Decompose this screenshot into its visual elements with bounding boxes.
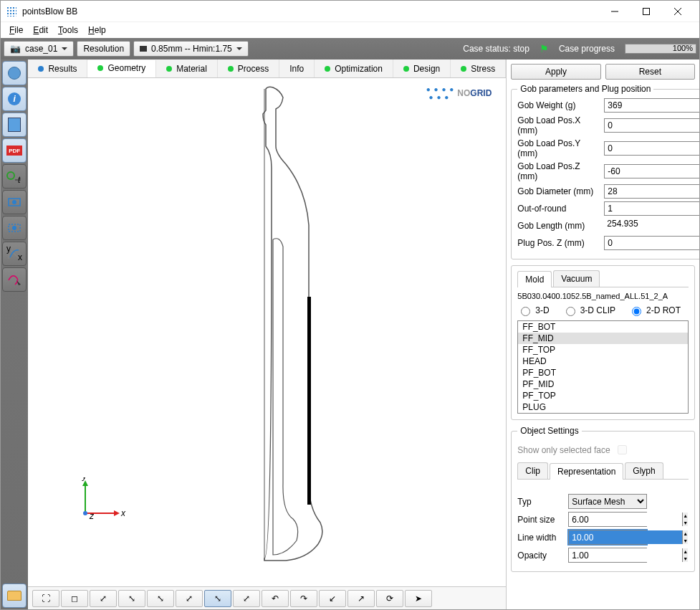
menu-edit[interactable]: Edit <box>29 24 52 37</box>
list-item[interactable]: PLUG <box>518 401 688 413</box>
reset-button[interactable]: Reset <box>605 64 695 80</box>
view-zoom-box-button[interactable]: ◻ <box>61 590 88 607</box>
resolution-button[interactable]: Resolution <box>77 41 130 57</box>
spin-up-icon[interactable]: ▲ <box>683 548 688 556</box>
nogrid-logo: ● ● ● ● ● ● ● NOGRID <box>426 85 492 101</box>
point-size-spinner[interactable]: ▲▼ <box>568 512 647 527</box>
spin-down-icon[interactable]: ▼ <box>683 556 688 563</box>
sidebar-camera-button[interactable] <box>2 190 27 214</box>
svg-marker-15 <box>82 480 88 486</box>
sidebar-curve-button[interactable]: yx <box>2 242 27 266</box>
axis-triad: x y z <box>71 477 128 529</box>
sidebar-camera-anim-button[interactable] <box>2 216 27 240</box>
sidebar-plot-time-button[interactable]: t <box>2 164 27 189</box>
apply-button[interactable]: Apply <box>511 64 600 80</box>
list-item[interactable]: FF_BOT <box>518 321 688 333</box>
list-item[interactable]: PF_TOP <box>518 390 688 401</box>
view-cursor-button[interactable]: ➤ <box>405 590 432 607</box>
gob-diameter-input[interactable] <box>604 184 699 199</box>
typ-select[interactable]: Surface Mesh <box>568 494 647 509</box>
case-status-label: Case status: stop <box>459 44 534 54</box>
close-button[interactable] <box>662 1 694 22</box>
svg-point-16 <box>83 511 87 515</box>
status-dot-icon <box>403 66 409 72</box>
tab-optimization[interactable]: Optimization <box>315 59 393 77</box>
sidebar-pdf-button[interactable]: PDF <box>2 138 27 163</box>
plug-pos-input[interactable] <box>604 236 699 250</box>
gob-posx-input[interactable] <box>604 118 699 133</box>
view-axis-x-button[interactable]: ⤢ <box>90 590 117 607</box>
minimize-button[interactable] <box>599 1 631 22</box>
spin-up-icon[interactable]: ▲ <box>683 513 688 520</box>
tab-stress[interactable]: Stress <box>451 59 506 77</box>
gob-posy-input[interactable] <box>604 141 699 156</box>
opacity-spinner[interactable]: ▲▼ <box>568 548 647 563</box>
svg-text:z: z <box>89 511 95 521</box>
radio-3d-clip[interactable]: 3-D CLIP <box>562 305 615 316</box>
menu-help[interactable]: Help <box>84 24 110 37</box>
tab-representation[interactable]: Representation <box>550 463 623 480</box>
spin-up-icon[interactable]: ▲ <box>683 530 688 538</box>
list-item[interactable]: PF_BOT <box>518 367 688 378</box>
list-item[interactable]: FF_MID <box>518 333 688 344</box>
gob-outofround-input[interactable] <box>604 201 699 216</box>
svg-point-7 <box>12 200 16 204</box>
folder-icon <box>7 591 21 601</box>
status-dot-icon <box>228 66 234 72</box>
toolbar: 📷 case_01 Resolution 0.85mm -- Hmin:1.75… <box>1 38 699 59</box>
sidebar-notes-button[interactable] <box>2 113 27 137</box>
sidebar-view-button[interactable] <box>2 61 27 85</box>
case-selector[interactable]: 📷 case_01 <box>4 41 74 57</box>
chevron-down-icon <box>62 47 67 50</box>
sidebar-pointer-button[interactable] <box>2 267 27 292</box>
view-spin-button[interactable]: ⟳ <box>376 590 403 607</box>
view-rotate-right-button[interactable]: ↷ <box>290 590 317 607</box>
radio-2d-rot[interactable]: 2-D ROT <box>628 305 681 316</box>
tab-mold[interactable]: Mold <box>517 271 552 287</box>
maximize-button[interactable] <box>631 1 662 22</box>
tab-glyph[interactable]: Glyph <box>625 462 663 479</box>
menu-file[interactable]: File <box>5 24 27 37</box>
mold-parts-list[interactable]: FF_BOTFF_MIDFF_TOPHEADPF_BOTPF_MIDPF_TOP… <box>517 320 689 414</box>
mold-group: Mold Vacuum 5B030.0400.1052.5B_named_ALL… <box>511 265 695 420</box>
progress-value: 100% <box>673 44 693 52</box>
notes-icon <box>8 118 21 132</box>
list-item[interactable]: HEAD <box>518 356 688 367</box>
view-axis-neg-x-button[interactable]: ⤢ <box>176 590 203 607</box>
tab-geometry[interactable]: Geometry <box>87 60 156 78</box>
gob-posz-input[interactable] <box>604 164 699 178</box>
main-tabs: Results Geometry Material Process Info O… <box>28 59 506 78</box>
gob-weight-input[interactable] <box>604 98 699 113</box>
view-fit-button[interactable]: ⛶ <box>32 590 59 607</box>
tab-results[interactable]: Results <box>28 59 87 77</box>
radio-3d[interactable]: 3-D <box>517 305 549 316</box>
spin-down-icon[interactable]: ▼ <box>683 538 688 545</box>
list-item[interactable]: FF_TOP <box>518 344 688 356</box>
object-settings-legend: Object Settings <box>517 426 581 436</box>
tab-material[interactable]: Material <box>156 59 218 77</box>
spin-down-icon[interactable]: ▼ <box>683 520 688 527</box>
sidebar-info-button[interactable]: i <box>2 87 27 111</box>
left-sidebar: i PDF t yx <box>1 59 28 609</box>
camera-icon <box>7 195 21 209</box>
view-rotate-left-button[interactable]: ↶ <box>262 590 289 607</box>
viewport-3d[interactable]: ● ● ● ● ● ● ● NOGRID x y z <box>28 78 506 586</box>
tab-process[interactable]: Process <box>218 59 279 77</box>
resolution-selector[interactable]: 0.85mm -- Hmin:1.75 <box>133 41 249 57</box>
view-axis-neg-y-button[interactable]: ⤡ <box>204 590 231 607</box>
svg-text:y: y <box>82 477 87 481</box>
view-axis-z-button[interactable]: ⤡ <box>147 590 174 607</box>
tab-clip[interactable]: Clip <box>517 462 548 479</box>
tab-info[interactable]: Info <box>279 59 315 77</box>
list-item[interactable]: PF_MID <box>518 378 688 390</box>
line-width-spinner[interactable]: ▲▼ <box>568 530 647 545</box>
tab-design[interactable]: Design <box>393 59 451 77</box>
highlighted-edge <box>307 297 311 505</box>
view-axis-y-button[interactable]: ⤡ <box>118 590 145 607</box>
view-tilt-left-button[interactable]: ↙ <box>319 590 346 607</box>
view-tilt-right-button[interactable]: ↗ <box>347 590 375 607</box>
view-axis-neg-z-button[interactable]: ⤢ <box>233 590 260 607</box>
menu-tools[interactable]: Tools <box>54 24 82 37</box>
sidebar-folder-button[interactable] <box>2 583 27 608</box>
tab-vacuum[interactable]: Vacuum <box>553 270 600 287</box>
